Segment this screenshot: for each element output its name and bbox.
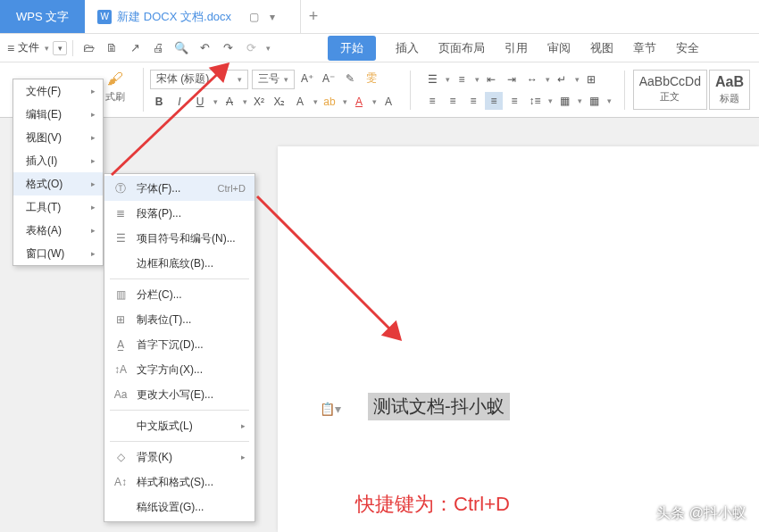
hamburger-icon[interactable]: ≡: [7, 41, 14, 55]
separator: [110, 410, 249, 411]
chevron-right-icon: ▸: [241, 421, 246, 430]
font-color-button[interactable]: A: [350, 93, 368, 111]
char-scale-button[interactable]: ↔: [523, 71, 541, 88]
chevron-right-icon: ▸: [241, 453, 246, 461]
align-left-button[interactable]: ≡: [423, 92, 441, 110]
decrease-font-icon[interactable]: A⁻: [320, 70, 338, 87]
style-normal[interactable]: AaBbCcDd 正文: [633, 70, 707, 110]
print-icon[interactable]: 🖨: [148, 38, 168, 58]
format-submenu: Ⓣ字体(F)...Ctrl+D ≣段落(P)... ☰项目符号和编号(N)...…: [104, 173, 255, 522]
presentation-icon[interactable]: ▢: [249, 11, 259, 23]
clear-format-icon[interactable]: ✎: [341, 70, 359, 87]
recent-dropdown[interactable]: ▾: [53, 41, 67, 55]
tab-security[interactable]: 安全: [676, 40, 699, 56]
menu-insert[interactable]: 插入(I)▸: [13, 149, 103, 172]
tab-review[interactable]: 审阅: [547, 40, 571, 56]
brush-icon: 🖌: [107, 70, 123, 88]
file-menu[interactable]: 文件▾: [18, 40, 49, 55]
submenu-text-direction[interactable]: ↕A文字方向(X)...: [104, 357, 254, 382]
refresh-icon[interactable]: ⟳: [241, 38, 261, 58]
subscript-button[interactable]: X₂: [271, 93, 288, 111]
increase-font-icon[interactable]: A⁺: [298, 70, 316, 87]
selected-text[interactable]: 测试文档-抖小蚁: [368, 393, 510, 420]
bold-button[interactable]: B: [150, 93, 168, 111]
submenu-background[interactable]: ◇背景(K)▸: [104, 445, 254, 470]
new-tab-button[interactable]: +: [301, 0, 326, 33]
tab-start[interactable]: 开始: [328, 36, 376, 61]
indent-inc-button[interactable]: ⇥: [503, 71, 521, 88]
tabstop-icon: ⊞: [113, 313, 128, 326]
export-icon[interactable]: ↗: [125, 38, 145, 58]
strike-button[interactable]: A: [221, 93, 238, 111]
italic-button[interactable]: I: [171, 93, 188, 111]
underline-button[interactable]: U: [191, 93, 209, 111]
line-break-button[interactable]: ↵: [553, 71, 571, 88]
borders-button[interactable]: ▦: [585, 92, 603, 110]
submenu-borders[interactable]: 边框和底纹(B)...: [104, 251, 254, 276]
menu-edit[interactable]: 编辑(E)▸: [13, 103, 103, 126]
menu-view[interactable]: 视图(V)▸: [13, 126, 103, 149]
format-painter-button[interactable]: 🖌 式刷: [105, 70, 125, 104]
menu-window[interactable]: 窗口(W)▸: [13, 242, 103, 265]
close-tab-icon[interactable]: ▾: [270, 11, 275, 23]
case-icon: Aa: [113, 388, 128, 401]
undo-icon[interactable]: ↶: [195, 38, 214, 58]
submenu-change-case[interactable]: Aa更改大小写(E)...: [104, 382, 254, 407]
submenu-chinese-layout[interactable]: 中文版式(L)▸: [104, 413, 254, 438]
submenu-dropcap[interactable]: A̲首字下沉(D)...: [104, 332, 254, 357]
menu-table[interactable]: 表格(A)▸: [13, 219, 103, 242]
font-name-combo[interactable]: 宋体 (标题)▾: [150, 70, 248, 89]
bullets-button[interactable]: ☰: [423, 71, 441, 88]
submenu-paragraph[interactable]: ≣段落(P)...: [104, 201, 254, 226]
submenu-columns[interactable]: ▥分栏(C)...: [104, 282, 254, 307]
open-icon[interactable]: 🗁: [79, 38, 98, 58]
paste-options-icon[interactable]: 📋▾: [320, 402, 341, 416]
line-spacing-button[interactable]: ↕≡: [526, 92, 544, 110]
tab-chapter[interactable]: 章节: [633, 40, 656, 56]
save-icon[interactable]: 🗎: [102, 38, 121, 58]
superscript-button[interactable]: X²: [250, 93, 268, 111]
chevron-right-icon: ▸: [91, 179, 96, 188]
indent-dec-button[interactable]: ⇤: [482, 71, 500, 88]
separator: [72, 40, 73, 56]
document-page[interactable]: [278, 146, 759, 532]
menu-file[interactable]: 文件(F)▸: [13, 79, 103, 103]
submenu-bullets[interactable]: ☰项目符号和编号(N)...: [104, 226, 254, 251]
phonetic-icon[interactable]: 雯: [363, 70, 380, 87]
separator: [624, 71, 625, 110]
submenu-font[interactable]: Ⓣ字体(F)...Ctrl+D: [104, 176, 254, 201]
direction-icon: ↕A: [113, 363, 128, 376]
menu-format[interactable]: 格式(O)▸: [13, 172, 103, 195]
ribbon: 🖌 式刷 宋体 (标题)▾ 三号▾ A⁺ A⁻ ✎ 雯 B I U▾ A▾ X²…: [0, 62, 759, 118]
chevron-right-icon: ▸: [91, 110, 96, 119]
tab-page-layout[interactable]: 页面布局: [438, 40, 485, 56]
submenu-style[interactable]: A↕样式和格式(S)...: [104, 470, 254, 495]
redo-icon[interactable]: ↷: [218, 38, 238, 58]
menu-tools[interactable]: 工具(T)▸: [13, 195, 103, 219]
numbering-button[interactable]: ≡: [453, 71, 471, 88]
align-center-button[interactable]: ≡: [444, 92, 462, 110]
shortcut-annotation: 快捷键为：Ctrl+D: [355, 491, 510, 518]
font-size-combo[interactable]: 三号▾: [252, 70, 295, 89]
submenu-manuscript[interactable]: 稿纸设置(G)...: [104, 495, 254, 520]
preview-icon[interactable]: 🔍: [171, 38, 191, 58]
watermark: 头条 @抖小蚁: [656, 504, 746, 523]
shading-button[interactable]: ▦: [555, 92, 573, 110]
tab-insert[interactable]: 插入: [396, 40, 419, 56]
style-gallery[interactable]: AaBbCcDd 正文 AaB 标题: [633, 70, 759, 110]
tab-view[interactable]: 视图: [590, 40, 613, 56]
align-justify-button[interactable]: ≡: [485, 92, 503, 110]
align-dist-button[interactable]: ≡: [505, 92, 523, 110]
submenu-tabstop[interactable]: ⊞制表位(T)...: [104, 307, 254, 332]
style-heading[interactable]: AaB 标题: [709, 70, 750, 110]
toolbar-overflow[interactable]: ▾: [266, 44, 271, 53]
char-shade-button[interactable]: A: [380, 93, 397, 111]
highlight-button[interactable]: ab: [321, 93, 338, 111]
table-button[interactable]: ⊞: [582, 71, 600, 88]
align-right-button[interactable]: ≡: [464, 92, 482, 110]
document-tab[interactable]: W 新建 DOCX 文档.docx ▢ ▾: [85, 0, 301, 33]
char-border-button[interactable]: A: [291, 93, 309, 111]
app-tab[interactable]: WPS 文字: [0, 0, 85, 33]
tab-reference[interactable]: 引用: [505, 40, 528, 56]
document-name: 新建 DOCX 文档.docx: [117, 9, 231, 25]
